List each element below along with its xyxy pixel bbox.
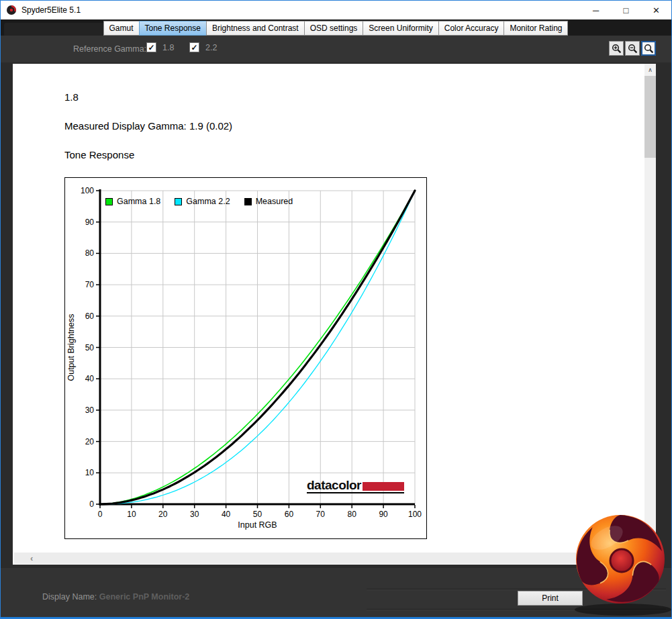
checkbox-gamma-18-label: 1.8 bbox=[162, 43, 174, 52]
print-button[interactable]: Print bbox=[518, 591, 583, 606]
tab-osd-settings[interactable]: OSD settings bbox=[304, 21, 364, 36]
legend-swatch-icon bbox=[175, 198, 182, 205]
scroll-up-icon[interactable]: ∧ bbox=[644, 64, 656, 75]
svg-text:70: 70 bbox=[316, 510, 326, 519]
tab-brightness-and-contrast[interactable]: Brightness and Contrast bbox=[206, 21, 305, 36]
datacolor-logo: datacolor bbox=[307, 480, 404, 493]
legend-label: Gamma 1.8 bbox=[117, 197, 160, 206]
toolbar: Reference Gamma: ✓ 1.8 ✓ 2.2 bbox=[1, 36, 671, 62]
svg-text:0: 0 bbox=[89, 499, 94, 509]
zoom-in-button[interactable] bbox=[609, 41, 624, 56]
zoom-in-icon bbox=[612, 44, 622, 54]
footer-divider bbox=[367, 609, 666, 610]
svg-text:30: 30 bbox=[85, 406, 95, 415]
vertical-scrollbar-thumb[interactable] bbox=[644, 76, 656, 158]
legend-label: Gamma 2.2 bbox=[186, 197, 230, 206]
footer-divider bbox=[367, 589, 666, 589]
window-title: Spyder5Elite 5.1 bbox=[21, 5, 81, 15]
svg-text:40: 40 bbox=[222, 510, 231, 519]
checkbox-checked-icon[interactable]: ✓ bbox=[189, 42, 199, 52]
close-button[interactable]: ✕ bbox=[641, 1, 671, 19]
svg-text:10: 10 bbox=[85, 468, 95, 477]
chart-legend: Gamma 1.8Gamma 2.2Measured bbox=[105, 197, 293, 206]
checkbox-gamma-18[interactable]: ✓ 1.8 bbox=[146, 42, 174, 52]
scroll-left-icon[interactable]: ‹ bbox=[30, 554, 33, 563]
svg-text:30: 30 bbox=[190, 510, 199, 519]
svg-text:80: 80 bbox=[85, 248, 95, 258]
spyder-app-icon bbox=[6, 5, 17, 15]
zoom-fit-button[interactable] bbox=[641, 41, 656, 56]
window-controls: ─ □ ✕ bbox=[581, 1, 671, 19]
legend-item: Gamma 1.8 bbox=[105, 197, 160, 206]
display-name-value: Generic PnP Monitor-2 bbox=[99, 592, 190, 602]
reference-gamma-label: Reference Gamma: bbox=[73, 44, 146, 54]
display-name-label: Display Name: bbox=[42, 592, 97, 602]
svg-text:60: 60 bbox=[85, 312, 95, 321]
svg-text:80: 80 bbox=[348, 510, 357, 519]
minimize-button[interactable]: ─ bbox=[581, 1, 611, 19]
svg-text:100: 100 bbox=[408, 510, 422, 519]
footer-bar: Display Name: Generic PnP Monitor-2 Prin… bbox=[1, 568, 671, 618]
vertical-scrollbar[interactable]: ∧ bbox=[644, 64, 656, 565]
svg-text:50: 50 bbox=[253, 510, 262, 519]
svg-text:90: 90 bbox=[85, 218, 95, 227]
zoom-out-button[interactable] bbox=[625, 41, 640, 56]
tab-screen-uniformity[interactable]: Screen Uniformity bbox=[363, 21, 438, 36]
zoom-out-icon bbox=[628, 44, 638, 54]
svg-text:90: 90 bbox=[379, 510, 388, 519]
titlebar: Spyder5Elite 5.1 ─ □ ✕ bbox=[1, 1, 671, 19]
svg-text:100: 100 bbox=[81, 186, 94, 195]
checkbox-checked-icon[interactable]: ✓ bbox=[146, 42, 156, 52]
tab-tone-response[interactable]: Tone Response bbox=[139, 21, 207, 36]
zoom-fit-icon bbox=[644, 44, 654, 54]
display-name: Display Name: Generic PnP Monitor-2 bbox=[42, 592, 189, 602]
content-frame: 1.8 Measured Display Gamma: 1.9 (0.02) T… bbox=[1, 62, 671, 568]
legend-item: Measured bbox=[244, 197, 293, 206]
tab-gamut[interactable]: Gamut bbox=[103, 21, 140, 36]
tone-response-chart: 0102030405060708090100010203040506070809… bbox=[64, 177, 427, 539]
svg-text:70: 70 bbox=[85, 280, 95, 289]
measured-gamma-text: Measured Display Gamma: 1.9 (0.02) bbox=[64, 120, 232, 132]
gamma-heading: 1.8 bbox=[64, 91, 79, 103]
legend-swatch-icon bbox=[244, 198, 252, 205]
checkbox-gamma-22-label: 2.2 bbox=[205, 43, 217, 52]
maximize-button[interactable]: □ bbox=[611, 1, 641, 19]
svg-text:20: 20 bbox=[158, 510, 168, 519]
svg-text:Output Brightness: Output Brightness bbox=[66, 314, 76, 381]
svg-text:50: 50 bbox=[85, 343, 95, 352]
svg-text:60: 60 bbox=[285, 510, 294, 519]
tab-monitor-rating[interactable]: Monitor Rating bbox=[503, 21, 568, 36]
datacolor-logo-bar bbox=[363, 482, 404, 491]
zoom-tool-group bbox=[609, 41, 656, 56]
tab-bar: GamutTone ResponseBrightness and Contras… bbox=[1, 19, 671, 36]
svg-text:Input RGB: Input RGB bbox=[238, 520, 277, 530]
checkbox-gamma-22[interactable]: ✓ 2.2 bbox=[189, 42, 217, 52]
svg-text:40: 40 bbox=[85, 374, 95, 383]
app-window: Spyder5Elite 5.1 ─ □ ✕ GamutTone Respons… bbox=[0, 0, 672, 619]
tab-list: GamutTone ResponseBrightness and Contras… bbox=[1, 21, 671, 36]
horizontal-scrollbar[interactable]: ‹ bbox=[14, 553, 644, 564]
datacolor-logo-text: datacolor bbox=[307, 480, 361, 491]
legend-item: Gamma 2.2 bbox=[175, 197, 230, 206]
section-title: Tone Response bbox=[64, 149, 134, 160]
report-panel: 1.8 Measured Display Gamma: 1.9 (0.02) T… bbox=[13, 64, 656, 565]
legend-label: Measured bbox=[256, 197, 293, 206]
tab-color-accuracy[interactable]: Color Accuracy bbox=[438, 21, 505, 36]
legend-swatch-icon bbox=[105, 198, 113, 205]
svg-text:10: 10 bbox=[127, 510, 136, 519]
svg-text:0: 0 bbox=[98, 510, 103, 519]
svg-text:20: 20 bbox=[85, 437, 95, 446]
